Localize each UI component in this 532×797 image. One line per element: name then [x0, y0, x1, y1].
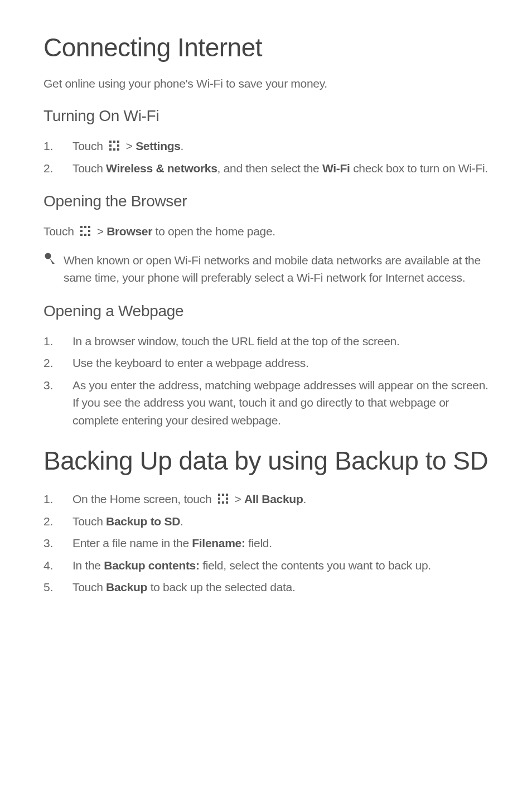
svg-point-16 [45, 253, 51, 259]
step-text: Touch Backup to back up the selected dat… [72, 578, 489, 596]
svg-rect-17 [218, 494, 220, 496]
webpage-steps: 1. In a browser window, touch the URL fi… [43, 332, 489, 429]
text-span: On the Home screen, touch [72, 492, 215, 505]
text-span: > [126, 139, 136, 152]
list-item: 3. As you enter the address, matching we… [43, 376, 489, 429]
text-span: , and then select the [217, 162, 322, 175]
svg-rect-12 [88, 230, 90, 232]
tip-icon [43, 252, 64, 267]
svg-rect-3 [109, 144, 112, 147]
list-item: 1. Touch > Settings. [43, 137, 489, 155]
svg-rect-15 [88, 234, 90, 236]
text-span: > [97, 225, 107, 238]
step-text: On the Home screen, touch > All Backup. [72, 490, 489, 508]
step-text: In the Backup contents: field, select th… [72, 557, 489, 574]
svg-rect-23 [222, 501, 224, 504]
filename-label: Filename: [192, 537, 245, 549]
svg-rect-2 [117, 141, 119, 143]
svg-rect-8 [80, 226, 83, 228]
svg-rect-11 [80, 230, 83, 232]
step-text: Touch Backup to SD. [72, 513, 489, 530]
text-span: field. [245, 537, 272, 549]
text-span: Touch [72, 162, 106, 175]
list-item: 2. Touch Backup to SD. [43, 513, 489, 530]
note-block: When known or open Wi-Fi networks and mo… [43, 252, 489, 287]
backup-contents-label: Backup contents: [104, 559, 199, 572]
text-span: field, select the contents you want to b… [200, 559, 431, 572]
step-number: 1. [43, 332, 72, 350]
text-span: Touch [72, 139, 106, 152]
svg-rect-20 [218, 497, 220, 500]
svg-rect-7 [117, 148, 119, 151]
text-span: to open the home page. [152, 225, 275, 238]
backup-label: Backup [106, 581, 147, 593]
svg-rect-22 [218, 501, 220, 504]
svg-rect-24 [226, 501, 228, 504]
wifi-steps: 1. Touch > Settings. 2. Touch Wireless &… [43, 137, 489, 177]
backup-steps: 1. On the Home screen, touch > All Backu… [43, 490, 489, 596]
note-text: When known or open Wi-Fi networks and mo… [64, 252, 489, 287]
text-span: Touch [72, 515, 106, 528]
apps-grid-icon [109, 141, 119, 151]
svg-rect-14 [84, 234, 86, 236]
section-title-connecting: Connecting Internet [43, 32, 489, 62]
text-span: > [234, 492, 244, 505]
step-number: 5. [43, 578, 72, 596]
browser-open-text: Touch > Browser to open the home page. [43, 223, 489, 240]
step-number: 1. [43, 490, 72, 508]
svg-rect-0 [109, 141, 112, 143]
all-backup-label: All Backup [244, 492, 303, 505]
step-number: 2. [43, 354, 72, 372]
svg-rect-18 [222, 494, 224, 496]
svg-rect-10 [88, 226, 90, 228]
list-item: 3. Enter a file name in the Filename: fi… [43, 534, 489, 552]
text-span: Touch [72, 581, 106, 593]
svg-rect-6 [113, 148, 115, 151]
svg-rect-1 [113, 141, 115, 143]
text-span: . [303, 492, 306, 505]
subheading-browser: Opening the Browser [43, 192, 489, 210]
svg-rect-21 [226, 497, 228, 500]
step-number: 3. [43, 534, 72, 552]
list-item: 2. Use the keyboard to enter a webpage a… [43, 354, 489, 372]
list-item: 1. In a browser window, touch the URL fi… [43, 332, 489, 350]
apps-grid-icon [80, 226, 90, 236]
text-span: Touch [43, 225, 77, 238]
svg-rect-9 [84, 226, 86, 228]
step-text: Touch > Settings. [72, 137, 489, 155]
step-number: 2. [43, 513, 72, 530]
step-text: As you enter the address, matching webpa… [72, 376, 489, 429]
svg-rect-5 [109, 148, 112, 151]
intro-text: Get online using your phone's Wi-Fi to s… [43, 77, 489, 90]
list-item: 5. Touch Backup to back up the selected … [43, 578, 489, 596]
step-number: 1. [43, 137, 72, 155]
wireless-networks-label: Wireless & networks [106, 162, 217, 175]
step-text: In a browser window, touch the URL field… [72, 332, 489, 350]
text-span: Enter a file name in the [72, 537, 192, 549]
step-number: 3. [43, 376, 72, 394]
text-span: check box to turn on Wi-Fi. [350, 162, 488, 175]
svg-rect-13 [80, 234, 83, 236]
step-number: 2. [43, 160, 72, 177]
text-span: . [181, 139, 184, 152]
apps-grid-icon [218, 494, 228, 504]
text-span: to back up the selected data. [147, 581, 295, 593]
svg-rect-4 [117, 144, 119, 147]
subheading-webpage: Opening a Webpage [43, 302, 489, 320]
list-item: 2. Touch Wireless & networks, and then s… [43, 160, 489, 177]
step-text: Use the keyboard to enter a webpage addr… [72, 354, 489, 372]
step-text: Touch Wireless & networks, and then sele… [72, 160, 489, 177]
list-item: 1. On the Home screen, touch > All Backu… [43, 490, 489, 508]
step-text: Enter a file name in the Filename: field… [72, 534, 489, 552]
backup-to-sd-label: Backup to SD [106, 515, 180, 528]
settings-label: Settings [136, 139, 180, 152]
browser-label: Browser [107, 225, 152, 238]
subheading-wifi: Turning On Wi-Fi [43, 107, 489, 125]
text-span: . [180, 515, 183, 528]
wifi-label: Wi-Fi [322, 162, 350, 175]
svg-rect-19 [226, 494, 228, 496]
step-number: 4. [43, 557, 72, 574]
section-title-backup: Backing Up data by using Backup to SD [43, 446, 489, 476]
text-span: In the [72, 559, 104, 572]
list-item: 4. In the Backup contents: field, select… [43, 557, 489, 574]
